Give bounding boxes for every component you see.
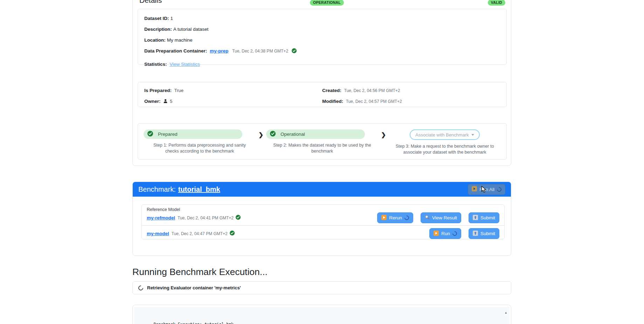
dataset-meta-card: Is Prepared: True Created: Tue, Dec 2, 0…: [138, 82, 507, 107]
step-operational-pill: Operational: [266, 129, 365, 139]
execution-status-text: Retrieving Evaluator container 'my-metri…: [147, 285, 241, 290]
details-heading: Details: [139, 0, 162, 5]
step-prepared-description: Step 1: Performs data preprocessing and …: [148, 142, 251, 154]
step-associate-description: Step 3: Make a request to the benchmark …: [393, 143, 496, 155]
chevron-right-icon: ❯: [378, 129, 389, 159]
scroll-up-arrow[interactable]: ▲: [505, 311, 507, 314]
location-value: My machine: [167, 37, 193, 43]
ref-model-timestamp: Tue, Dec 2, 04:41 PM GMT+2: [178, 216, 234, 220]
check-circle-icon: [230, 231, 235, 237]
modified-value: Tue, Dec 2, 04:57 PM GMT+2: [346, 99, 402, 104]
submit-button[interactable]: Submit: [469, 228, 499, 239]
benchmark-name-link[interactable]: tutorial_bmk: [178, 185, 220, 193]
view-result-label: View Result: [432, 215, 457, 220]
ref-model-link[interactable]: my-refmodel: [147, 215, 175, 220]
run-label: Run: [441, 231, 450, 236]
run-button[interactable]: Run: [429, 228, 461, 239]
spinner-icon: [496, 186, 502, 192]
associate-with-benchmark-button[interactable]: Associate with Benchmark: [410, 129, 479, 140]
model-link[interactable]: my-model: [147, 231, 169, 236]
dataset-id-row: Dataset ID:1: [144, 15, 500, 22]
model-row: my-model Tue, Dec 2, 04:47 PM GMT+2 Run: [142, 226, 504, 239]
step-operational: Operational Step 2: Makes the dataset re…: [266, 129, 378, 159]
submit-label: Submit: [480, 215, 495, 220]
prep-container-timestamp: Tue, Dec 2, 04:38 PM GMT+2: [232, 49, 288, 54]
upload-icon: [473, 231, 478, 237]
check-circle-icon: [236, 215, 241, 221]
dataset-id-label: Dataset ID:: [144, 16, 169, 21]
submit2-label: Submit: [480, 231, 495, 236]
benchmark-card: Benchmark:tutorial_bmk Run All Reference…: [132, 182, 511, 256]
step-associate: Associate with Benchmark Step 3: Make a …: [389, 129, 501, 159]
spinner-icon: [403, 214, 410, 221]
chevron-right-icon: ❯: [256, 129, 266, 159]
modified-row: Modified: Tue, Dec 2, 04:57 PM GMT+2: [322, 98, 500, 105]
is-prepared-label: Is Prepared:: [144, 88, 172, 93]
check-circle-icon: [147, 131, 153, 138]
prep-container-label: Data Preparation Container:: [144, 48, 207, 54]
owner-value: 5: [170, 99, 172, 104]
dataset-id-value: 1: [171, 16, 173, 21]
models-box: Reference Model my-refmodel Tue, Dec 2, …: [141, 204, 505, 239]
run-all-label: Run All: [479, 187, 494, 192]
spinner-icon: [451, 230, 458, 237]
is-prepared-value: True: [174, 88, 183, 93]
location-label: Location:: [144, 37, 166, 43]
step-prepared-pill: Prepared: [144, 129, 242, 139]
statistics-row: Statistics: View Statistics: [144, 61, 500, 68]
execution-log-line: Benchmark Execution: tutorial_bmk: [154, 322, 234, 324]
execution-log-card: Benchmark Execution: tutorial_bmk ▲: [132, 305, 511, 324]
view-statistics-link[interactable]: View Statistics: [169, 62, 200, 67]
caret-down-icon: [471, 134, 474, 136]
benchmark-title: Benchmark:tutorial_bmk: [138, 185, 220, 193]
view-result-button[interactable]: View Result: [421, 212, 461, 223]
play-icon: [472, 186, 477, 192]
owner-row: Owner: 5: [144, 98, 322, 105]
upload-icon: [473, 215, 478, 221]
created-label: Created:: [322, 88, 341, 93]
loading-spinner-icon: [137, 284, 144, 291]
rerun-label: Rerun: [389, 215, 402, 220]
execution-log[interactable]: Benchmark Execution: tutorial_bmk ▲: [134, 307, 510, 324]
play-icon: [434, 231, 439, 237]
dataset-stepper-card: Prepared Step 1: Performs data preproces…: [138, 123, 507, 160]
run-all-button[interactable]: Run All: [468, 184, 505, 195]
description-value: A tutorial dataset: [173, 27, 209, 32]
benchmark-title-label: Benchmark:: [138, 185, 176, 193]
step-prepared-label: Prepared: [158, 132, 178, 137]
check-circle-icon: [270, 131, 276, 138]
execution-status-card: Retrieving Evaluator container 'my-metri…: [132, 281, 511, 294]
benchmark-header: Benchmark:tutorial_bmk Run All: [133, 182, 511, 197]
model-timestamp: Tue, Dec 2, 04:47 PM GMT+2: [172, 231, 228, 236]
statistics-label: Statistics:: [144, 62, 167, 67]
owner-label: Owner:: [144, 99, 161, 104]
associate-button-label: Associate with Benchmark: [415, 132, 469, 138]
submit-button[interactable]: Submit: [469, 212, 499, 223]
operational-status-badge: OPERATIONAL: [310, 0, 344, 6]
description-label: Description:: [144, 27, 172, 32]
magnifier-icon: [425, 215, 430, 221]
details-section: Details OPERATIONAL VALID Dataset ID:1 D…: [132, 0, 511, 166]
dataset-details-card: Dataset ID:1 Description:A tutorial data…: [138, 9, 507, 65]
location-row: Location:My machine: [144, 37, 500, 43]
rerun-button[interactable]: Rerun: [377, 212, 413, 223]
person-icon: [164, 99, 167, 105]
is-prepared-row: Is Prepared: True: [144, 87, 322, 94]
created-row: Created: Tue, Dec 2, 04:56 PM GMT+2: [322, 87, 500, 94]
check-circle-icon: [292, 48, 297, 55]
description-row: Description:A tutorial dataset: [144, 26, 500, 33]
modified-label: Modified:: [322, 99, 343, 104]
reference-model-row: Reference Model my-refmodel Tue, Dec 2, …: [142, 205, 504, 223]
prep-container-link[interactable]: my-prep: [210, 48, 228, 54]
created-value: Tue, Dec 2, 04:56 PM GMT+2: [344, 88, 400, 93]
play-icon: [381, 215, 387, 221]
prep-container-row: Data Preparation Container: my-prep Tue,…: [144, 48, 500, 55]
step-operational-description: Step 2: Makes the dataset ready to be us…: [271, 142, 374, 154]
page: Details OPERATIONAL VALID Dataset ID:1 D…: [0, 0, 644, 324]
step-prepared: Prepared Step 1: Performs data preproces…: [144, 129, 256, 159]
valid-status-badge: VALID: [488, 0, 505, 6]
step-operational-label: Operational: [281, 132, 305, 137]
reference-model-label: Reference Model: [147, 207, 499, 212]
execution-heading: Running Benchmark Execution...: [132, 267, 268, 277]
